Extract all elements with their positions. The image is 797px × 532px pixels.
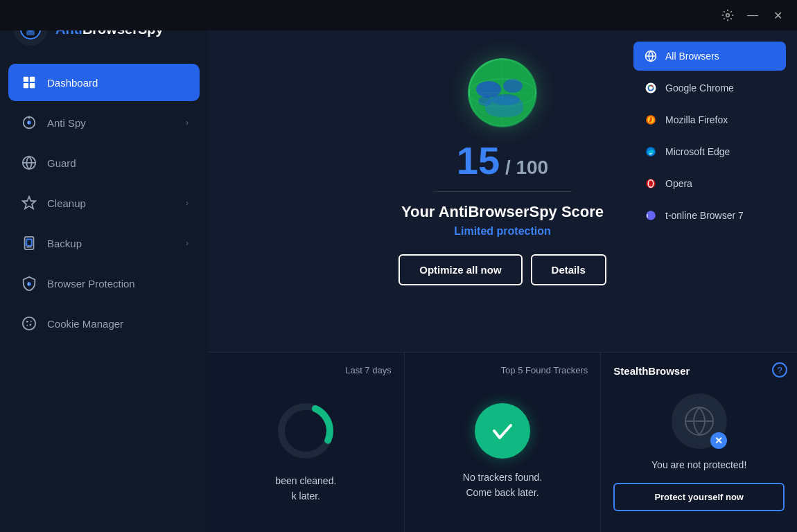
chevron-right-icon: ›	[186, 198, 189, 208]
protect-button[interactable]: Protect yourself now	[613, 483, 785, 511]
browser-item-opera[interactable]: Opera	[633, 169, 786, 198]
cleanup-icon	[19, 193, 39, 213]
card-stealth-center: ✕ You are not protected! Protect yoursel…	[613, 385, 785, 520]
svg-rect-8	[30, 83, 35, 88]
sidebar-item-backup[interactable]: i Backup ›	[8, 224, 200, 262]
chevron-right-icon: ›	[186, 118, 189, 127]
browser-label: Microsoft Edge	[665, 146, 730, 157]
svg-rect-5	[24, 77, 28, 82]
svg-rect-7	[24, 83, 28, 88]
donut-chart	[274, 400, 337, 462]
card-last7days-status: been cleaned. k later.	[275, 473, 336, 504]
sidebar-item-guard[interactable]: Guard	[8, 144, 200, 181]
svg-point-0	[726, 14, 730, 17]
score-title: Your AntiBrowserSpy Score	[401, 203, 604, 221]
globe-icon	[468, 58, 537, 127]
sidebar-item-label: Dashboard	[47, 77, 98, 89]
sidebar-item-label: Cookie Manager	[47, 318, 123, 330]
sidebar-item-cookie-manager[interactable]: Cookie Manager	[8, 305, 200, 342]
browser-item-all[interactable]: All Browsers	[633, 42, 786, 71]
guard-icon	[19, 153, 39, 172]
sidebar-item-label: Browser Protection	[47, 278, 135, 290]
sidebar: AntiBrowserSpy Dashboard	[0, 0, 208, 532]
score-separator: /	[500, 157, 516, 179]
card-last7days-label: Last 7 days	[220, 365, 392, 375]
tonline-icon: t	[643, 208, 658, 223]
browser-selector: All Browsers Google Chrome	[633, 42, 786, 230]
sidebar-nav: Dashboard i Anti Spy ›	[0, 58, 208, 532]
close-button[interactable]: ✕	[767, 4, 789, 26]
svg-marker-15	[23, 197, 35, 209]
browser-label: All Browsers	[665, 51, 719, 62]
svg-rect-4	[26, 30, 35, 35]
sidebar-item-label: Backup	[47, 238, 82, 249]
browser-label: Opera	[665, 178, 692, 189]
svg-point-41	[476, 81, 501, 98]
svg-rect-6	[30, 77, 35, 82]
card-trackers-status: No trackers found. Come back later.	[463, 470, 542, 501]
browser-item-firefox[interactable]: Mozilla Firefox	[633, 105, 786, 134]
score-buttons: Optimize all now Details	[398, 254, 606, 285]
browser-label: Google Chrome	[665, 82, 734, 94]
svg-point-44	[478, 96, 492, 106]
browser-item-chrome[interactable]: Google Chrome	[633, 73, 786, 103]
score-display: 15 / 100	[457, 141, 548, 180]
chevron-right-icon: ›	[186, 238, 189, 248]
card-last7days: Last 7 days been cleaned. k later.	[208, 353, 405, 532]
card-stealth-label: StealthBrowser	[613, 365, 785, 377]
browser-item-edge[interactable]: Microsoft Edge	[633, 137, 786, 166]
svg-point-25	[26, 325, 28, 326]
anti-spy-icon: i	[19, 113, 39, 132]
chrome-icon	[643, 80, 658, 96]
card-trackers-center: No trackers found. Come back later.	[417, 384, 588, 520]
opera-icon	[643, 176, 658, 191]
score-subtitle: Limited protection	[454, 225, 551, 238]
stealth-browser-icon: ✕	[672, 393, 727, 449]
sidebar-item-label: Cleanup	[47, 197, 86, 209]
card-stealth-status: You are not protected!	[651, 457, 746, 472]
svg-point-31	[649, 86, 652, 89]
titlebar: — ✕	[0, 0, 797, 30]
browser-item-tonline[interactable]: t t-online Browser 7	[633, 201, 786, 230]
sidebar-item-cleanup[interactable]: Cleanup ›	[8, 184, 200, 222]
card-stealth: StealthBrowser ? ✕ You are not protected…	[601, 353, 797, 532]
minimize-button[interactable]: —	[742, 4, 764, 26]
sidebar-item-label: Anti Spy	[47, 117, 86, 129]
svg-point-43	[492, 94, 520, 105]
svg-text:i: i	[25, 241, 26, 246]
all-browsers-icon	[643, 48, 658, 64]
dashboard-icon	[19, 73, 39, 92]
score-value: 15	[457, 141, 500, 180]
card-trackers: Top 5 Found Trackers No trackers found. …	[405, 353, 602, 532]
info-icon[interactable]: ?	[772, 362, 787, 378]
stealth-x-icon: ✕	[710, 432, 727, 449]
svg-point-26	[30, 321, 32, 322]
check-circle-icon	[475, 403, 530, 459]
svg-point-22	[23, 317, 35, 330]
score-max: 100	[516, 157, 548, 179]
browser-protection-icon: i	[19, 274, 39, 293]
svg-point-23	[26, 321, 28, 323]
browser-label: t-online Browser 7	[665, 210, 744, 221]
browser-label: Mozilla Firefox	[665, 114, 728, 125]
settings-button[interactable]	[717, 4, 739, 26]
details-button[interactable]: Details	[531, 254, 606, 285]
sidebar-item-label: Guard	[47, 157, 76, 169]
optimize-button[interactable]: Optimize all now	[398, 254, 522, 285]
cookie-manager-icon	[19, 314, 39, 333]
edge-icon	[643, 144, 658, 159]
main-content: All Browsers Google Chrome	[208, 30, 797, 532]
sidebar-item-dashboard[interactable]: Dashboard	[8, 64, 200, 101]
cards-row: Last 7 days been cleaned. k later. Top 5…	[208, 352, 797, 532]
svg-point-24	[29, 323, 31, 326]
sidebar-item-anti-spy[interactable]: i Anti Spy ›	[8, 104, 200, 141]
svg-rect-17	[26, 240, 31, 246]
score-divider	[433, 191, 572, 192]
firefox-icon	[643, 112, 658, 127]
sidebar-item-browser-protection[interactable]: i Browser Protection	[8, 265, 200, 302]
card-last7days-center: been cleaned. k later.	[220, 384, 392, 520]
backup-icon: i	[19, 233, 39, 253]
card-trackers-label: Top 5 Found Trackers	[417, 365, 588, 375]
